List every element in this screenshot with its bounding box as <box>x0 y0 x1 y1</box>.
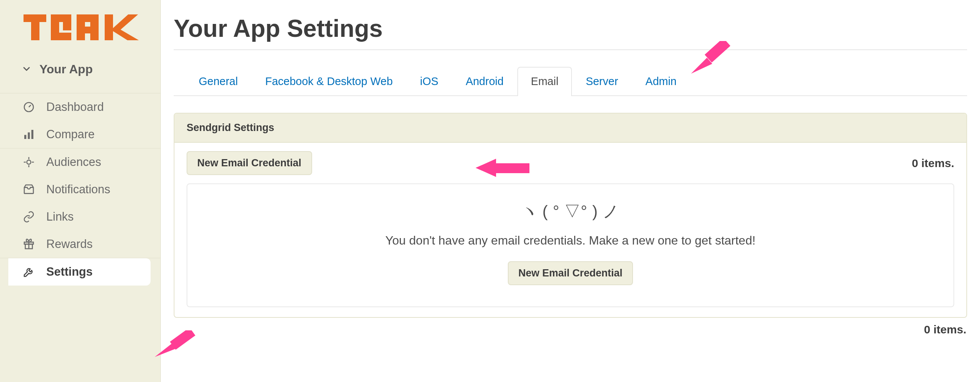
empty-state-face: ヽ ( ° ▽° ) ノ <box>187 201 953 222</box>
svg-rect-9 <box>76 27 99 34</box>
sidebar-item-label: Links <box>46 210 161 224</box>
tab-label: Admin <box>646 75 676 87</box>
wrench-icon <box>22 265 36 279</box>
sidebar-item-rewards[interactable]: Rewards <box>0 230 161 258</box>
tab-label: Email <box>531 75 558 87</box>
svg-rect-13 <box>24 135 26 139</box>
gift-icon <box>22 237 36 251</box>
tab-general[interactable]: General <box>185 67 251 96</box>
empty-state: ヽ ( ° ▽° ) ノ You don't have any email cr… <box>186 184 954 307</box>
sendgrid-settings-panel: Sendgrid Settings New Email Credential 0… <box>174 113 967 318</box>
sidebar-nav-group-1: Dashboard Compare <box>0 93 161 148</box>
tab-ios[interactable]: iOS <box>407 67 452 96</box>
tab-facebook-desktop-web[interactable]: Facebook & Desktop Web <box>251 67 406 96</box>
svg-rect-14 <box>28 133 30 139</box>
svg-rect-15 <box>32 130 33 139</box>
item-count-top: 0 items. <box>912 157 954 170</box>
svg-rect-1 <box>31 14 40 40</box>
sidebar-item-settings[interactable]: Settings <box>8 258 151 286</box>
teak-logo-icon <box>24 11 139 45</box>
bar-chart-icon <box>22 128 36 141</box>
svg-rect-4 <box>51 33 71 40</box>
sidebar-item-compare[interactable]: Compare <box>0 121 161 148</box>
panel-title: Sendgrid Settings <box>175 113 966 143</box>
tab-label: Android <box>466 75 504 87</box>
main-content: Your App Settings General Facebook & Des… <box>161 0 980 382</box>
sidebar-item-label: Dashboard <box>46 100 161 114</box>
tab-label: General <box>199 75 238 87</box>
sidebar-item-notifications[interactable]: Notifications <box>0 176 161 203</box>
panel-toolbar: New Email Credential 0 items. <box>175 143 966 184</box>
sidebar: Your App Dashboard Compare Audie <box>0 0 161 382</box>
empty-state-message: You don't have any email credentials. Ma… <box>187 233 953 248</box>
sidebar-item-label: Audiences <box>46 155 161 169</box>
sidebar-item-audiences[interactable]: Audiences <box>0 149 161 176</box>
inbox-icon <box>22 183 36 196</box>
svg-rect-5 <box>63 22 71 30</box>
page-title: Your App Settings <box>174 14 967 43</box>
link-icon <box>22 210 36 224</box>
sidebar-item-label: Rewards <box>46 237 161 251</box>
svg-rect-22 <box>705 41 730 63</box>
new-email-credential-button[interactable]: New Email Credential <box>186 151 312 175</box>
sidebar-item-label: Notifications <box>46 183 161 196</box>
chevron-down-icon <box>22 62 31 76</box>
sidebar-nav-group-2: Audiences Notifications Links Rewards <box>0 148 161 258</box>
tab-label: Server <box>585 75 618 87</box>
empty-state-new-email-credential-button[interactable]: New Email Credential <box>508 261 633 285</box>
sidebar-item-links[interactable]: Links <box>0 203 161 230</box>
brand-logo[interactable] <box>0 11 161 46</box>
sidebar-item-label: Settings <box>46 265 151 279</box>
svg-point-16 <box>27 160 31 165</box>
tab-admin[interactable]: Admin <box>632 67 690 96</box>
title-divider <box>174 50 967 50</box>
app-switcher[interactable]: Your App <box>0 62 161 76</box>
tab-email[interactable]: Email <box>517 67 572 96</box>
svg-rect-3 <box>51 14 71 22</box>
svg-rect-8 <box>76 14 99 22</box>
target-icon <box>22 155 36 169</box>
dashboard-icon <box>22 100 36 114</box>
tab-android[interactable]: Android <box>452 67 517 96</box>
tab-server[interactable]: Server <box>572 67 632 96</box>
sidebar-nav-group-3: Settings <box>0 258 161 286</box>
tab-label: Facebook & Desktop Web <box>265 75 393 87</box>
sidebar-item-dashboard[interactable]: Dashboard <box>0 93 161 121</box>
app-switcher-label: Your App <box>40 62 92 76</box>
tab-label: iOS <box>420 75 438 87</box>
sidebar-item-label: Compare <box>46 128 161 141</box>
settings-tabs: General Facebook & Desktop Web iOS Andro… <box>174 66 967 96</box>
svg-rect-10 <box>105 14 113 40</box>
svg-marker-11 <box>113 14 139 40</box>
item-count-bottom: 0 items. <box>174 323 967 336</box>
